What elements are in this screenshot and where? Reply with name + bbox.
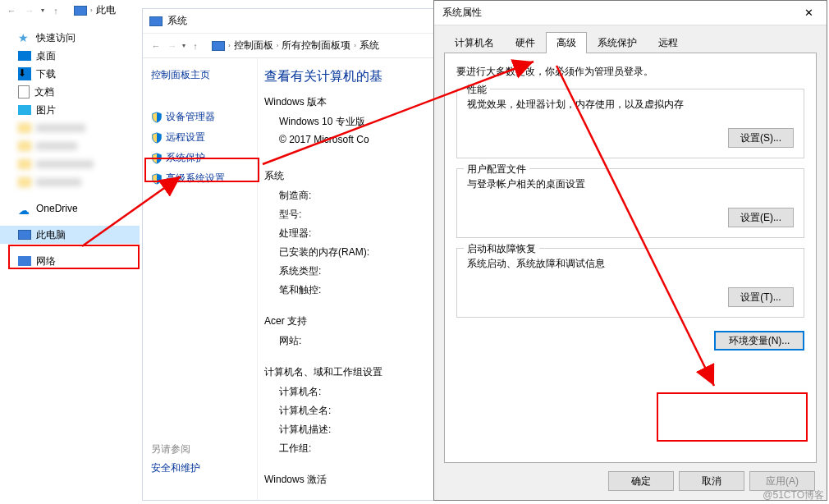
- admin-note: 要进行大多数更改，你必须作为管理员登录。: [456, 65, 804, 79]
- group-text: 视觉效果，处理器计划，内存使用，以及虚拟内存: [467, 98, 794, 112]
- this-pc-item[interactable]: 此电脑: [0, 226, 140, 244]
- acer-support-section: Acer 支持: [264, 314, 430, 328]
- desktop-icon: [18, 51, 31, 61]
- ram-label: 已安装的内存(RAM):: [264, 243, 430, 262]
- network-label: 网络: [36, 254, 56, 268]
- system-title-bar: 系统: [143, 9, 437, 34]
- link-label: 系统保护: [166, 151, 205, 165]
- pictures-item[interactable]: 图片: [0, 101, 140, 119]
- version-text: Windows 10 专业版: [264, 112, 430, 131]
- downloads-label: 下载: [36, 67, 56, 81]
- back-arrow-icon[interactable]: ←: [5, 4, 18, 17]
- address-bar[interactable]: › 控制面板 › 所有控制面板项 › 系统: [212, 39, 379, 53]
- back-arrow-icon[interactable]: ←: [149, 39, 163, 53]
- tab-remote[interactable]: 远程: [648, 32, 689, 53]
- chevron-right-icon: ›: [90, 7, 93, 14]
- forward-arrow-icon[interactable]: →: [23, 4, 36, 17]
- website-label: 网站:: [264, 332, 430, 351]
- advanced-settings-link[interactable]: 高级系统设置: [151, 168, 249, 189]
- dialog-title-bar: 系统属性 ✕: [434, 1, 827, 25]
- model-label: 型号:: [264, 205, 430, 224]
- tab-system-protection[interactable]: 系统保护: [587, 32, 648, 53]
- device-manager-link[interactable]: 设备管理器: [151, 107, 249, 127]
- activation-section: Windows 激活: [264, 473, 430, 487]
- breadcrumb-this-pc[interactable]: 此电: [96, 3, 116, 17]
- quick-access-item[interactable]: ★快速访问: [0, 29, 140, 47]
- system-toolbar: ← → ▾ ↑ › 控制面板 › 所有控制面板项 › 系统: [143, 34, 437, 58]
- system-protection-link[interactable]: 系统保护: [151, 148, 249, 168]
- system-main-panel: 查看有关计算机的基 Windows 版本 Windows 10 专业版 © 20…: [258, 58, 437, 500]
- pc-icon: [74, 6, 87, 16]
- performance-group: 性能 视觉效果，处理器计划，内存使用，以及虚拟内存 设置(S)...: [456, 89, 804, 158]
- forward-arrow-icon[interactable]: →: [166, 39, 179, 53]
- folder-item-blurred[interactable]: [0, 155, 140, 173]
- pictures-icon: [18, 105, 31, 115]
- settings-e-button[interactable]: 设置(E)...: [728, 208, 794, 227]
- link-label: 设备管理器: [166, 110, 215, 124]
- ok-button[interactable]: 确定: [608, 471, 674, 491]
- chevron-right-icon: ›: [277, 42, 279, 49]
- page-heading: 查看有关计算机的基: [264, 68, 430, 85]
- up-arrow-icon[interactable]: ↑: [189, 39, 202, 53]
- group-title: 启动和故障恢复: [464, 242, 539, 256]
- documents-item[interactable]: 文档: [0, 83, 140, 101]
- folder-icon: [18, 159, 31, 169]
- tab-hardware[interactable]: 硬件: [505, 32, 546, 53]
- group-title: 性能: [464, 83, 490, 97]
- group-text: 与登录帐户相关的桌面设置: [467, 177, 794, 191]
- group-text: 系统启动、系统故障和调试信息: [467, 257, 794, 271]
- folder-item-blurred[interactable]: [0, 173, 140, 191]
- download-icon: ⬇: [18, 67, 31, 80]
- network-item[interactable]: 网络: [0, 252, 140, 270]
- address-bar[interactable]: › 此电: [74, 3, 116, 17]
- shield-icon: [151, 132, 163, 144]
- settings-s-button[interactable]: 设置(S)...: [728, 128, 794, 148]
- chevron-right-icon: ›: [228, 42, 231, 49]
- history-dropdown-icon[interactable]: ▾: [182, 42, 185, 49]
- tab-advanced[interactable]: 高级: [546, 32, 587, 53]
- user-profile-group: 用户配置文件 与登录帐户相关的桌面设置 设置(E)...: [456, 168, 804, 238]
- manufacturer-label: 制造商:: [264, 186, 430, 205]
- cancel-button[interactable]: 取消: [679, 471, 744, 491]
- breadcrumb[interactable]: 所有控制面板项: [282, 39, 350, 53]
- environment-variables-button[interactable]: 环境变量(N)...: [714, 331, 804, 351]
- up-arrow-icon[interactable]: ↑: [49, 4, 62, 17]
- monitor-icon: [212, 41, 225, 51]
- desktop-item[interactable]: 桌面: [0, 47, 140, 65]
- security-maintenance-link[interactable]: 安全和维护: [151, 461, 200, 475]
- settings-t-button[interactable]: 设置(T)...: [728, 287, 794, 307]
- see-also-label: 另请参阅: [151, 442, 200, 456]
- see-also-section: 另请参阅 安全和维护: [151, 442, 200, 475]
- folder-item-blurred[interactable]: [0, 137, 140, 155]
- workgroup-label: 工作组:: [264, 439, 430, 458]
- this-pc-label: 此电脑: [36, 228, 66, 242]
- cloud-icon: [18, 204, 31, 213]
- breadcrumb[interactable]: 控制面板: [234, 39, 273, 53]
- dialog-title: 系统属性: [442, 6, 482, 20]
- history-dropdown-icon[interactable]: ▾: [41, 7, 44, 14]
- startup-recovery-group: 启动和故障恢复 系统启动、系统故障和调试信息 设置(T)...: [456, 248, 804, 318]
- folder-icon: [18, 177, 31, 187]
- folder-item-blurred[interactable]: [0, 119, 140, 137]
- copyright-text: © 2017 Microsoft Co: [264, 131, 430, 148]
- watermark: @51CTO博客: [763, 488, 824, 502]
- window-title: 系统: [167, 14, 187, 28]
- shield-icon: [151, 112, 163, 123]
- link-label: 远程设置: [166, 131, 205, 144]
- remote-settings-link[interactable]: 远程设置: [151, 127, 249, 148]
- system-properties-dialog: 系统属性 ✕ 计算机名 硬件 高级 系统保护 远程 要进行大多数更改，你必须作为…: [433, 0, 827, 501]
- link-label: 高级系统设置: [166, 172, 225, 186]
- folder-icon: [18, 141, 31, 151]
- tab-computer-name[interactable]: 计算机名: [444, 32, 505, 53]
- system-sidebar: 控制面板主页 设备管理器 远程设置 系统保护 高级系统设置 另请参阅 安全和维护: [143, 58, 258, 500]
- desktop-label: 桌面: [36, 49, 56, 63]
- downloads-item[interactable]: ⬇下载: [0, 65, 140, 83]
- processor-label: 处理器:: [264, 224, 430, 243]
- documents-label: 文档: [34, 85, 54, 99]
- onedrive-item[interactable]: OneDrive: [0, 199, 140, 218]
- breadcrumb[interactable]: 系统: [360, 39, 379, 53]
- monitor-icon: [149, 16, 163, 26]
- sidebar-home-link[interactable]: 控制面板主页: [151, 68, 249, 82]
- close-icon[interactable]: ✕: [790, 1, 827, 25]
- pentouch-label: 笔和触控:: [264, 281, 430, 300]
